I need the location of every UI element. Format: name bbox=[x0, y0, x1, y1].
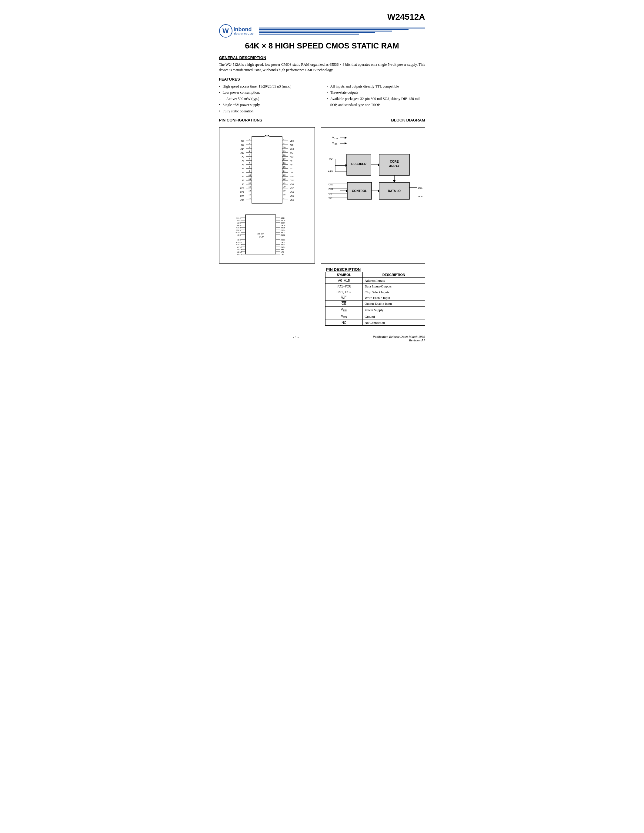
logo-line-2 bbox=[259, 29, 409, 30]
svg-text:7: 7 bbox=[249, 162, 250, 164]
svg-text:17: 17 bbox=[283, 198, 285, 199]
svg-text:2: 2 bbox=[240, 220, 242, 222]
logo-sub: Electronics Corp. bbox=[233, 32, 254, 35]
svg-text:A11: A11 bbox=[290, 167, 294, 170]
svg-text:28: 28 bbox=[281, 227, 283, 229]
svg-text:CONTROL: CONTROL bbox=[352, 189, 367, 193]
svg-text:A11: A11 bbox=[236, 217, 240, 219]
dip-container: 1 NC 2 NC 3 A14 4 A12 5 A7 6 bbox=[221, 130, 313, 206]
svg-text:22: 22 bbox=[283, 178, 285, 180]
svg-text:8: 8 bbox=[240, 234, 242, 236]
svg-text:4: 4 bbox=[249, 150, 250, 152]
svg-text:1: 1 bbox=[240, 217, 242, 219]
svg-text:NC: NC bbox=[241, 140, 244, 142]
svg-text:TSOP: TSOP bbox=[257, 235, 264, 238]
section-labels-row: PIN CONFIGURATIONS BLOCK DIAGRAM bbox=[219, 118, 425, 122]
svg-text:6: 6 bbox=[240, 229, 242, 231]
feature-left-2: Low power consumption: bbox=[219, 89, 317, 95]
feature-right-1: All inputs and outputs directly TTL comp… bbox=[327, 83, 425, 89]
svg-text:25: 25 bbox=[281, 234, 283, 236]
svg-text:DECODER: DECODER bbox=[351, 162, 366, 166]
desc-cs: Chip Select Inputs bbox=[363, 289, 425, 295]
svg-text:CS2: CS2 bbox=[236, 229, 240, 231]
svg-text:19: 19 bbox=[281, 251, 283, 253]
desc-vdd: Power Supply bbox=[363, 306, 425, 313]
symbol-nc: NC bbox=[325, 320, 363, 326]
svg-text:23: 23 bbox=[281, 241, 283, 243]
symbol-vdd: VDD bbox=[325, 306, 363, 313]
svg-text:A9: A9 bbox=[237, 220, 240, 222]
feature-left-5: Fully static operation bbox=[219, 108, 317, 114]
svg-text:27: 27 bbox=[281, 229, 283, 231]
cs1-overline: CS1 bbox=[336, 290, 343, 294]
svg-text:CS2: CS2 bbox=[290, 148, 294, 150]
svg-text:10: 10 bbox=[240, 241, 242, 243]
svg-text:A5: A5 bbox=[237, 251, 240, 253]
logo-line-1 bbox=[259, 27, 425, 29]
general-description-text: The W24512A is a high speed, low power C… bbox=[219, 62, 425, 73]
page-num-text: - 1 - bbox=[293, 335, 298, 339]
svg-text:26: 26 bbox=[281, 232, 283, 233]
svg-text:CS1: CS1 bbox=[290, 179, 294, 182]
svg-text:CORE: CORE bbox=[390, 160, 399, 163]
svg-text:A10: A10 bbox=[290, 175, 294, 177]
svg-text:A15: A15 bbox=[328, 170, 333, 173]
svg-text:32: 32 bbox=[281, 217, 283, 219]
svg-text:.: . bbox=[332, 166, 332, 169]
svg-text:CS2: CS2 bbox=[328, 183, 333, 186]
svg-text:I/O1: I/O1 bbox=[240, 187, 244, 189]
svg-text:18: 18 bbox=[283, 193, 285, 196]
svg-text:19: 19 bbox=[283, 190, 285, 192]
svg-text:10: 10 bbox=[248, 174, 251, 176]
desc-oe: Output Enable Input bbox=[363, 301, 425, 306]
table-row: VSS Ground bbox=[325, 313, 425, 320]
part-number: W24512A bbox=[219, 12, 425, 22]
pin-desc-label-row: PIN DESCRIPTION bbox=[219, 267, 425, 272]
footer-right: Publication Release Date: March 1999 Rev… bbox=[373, 335, 425, 342]
pin-desc-table: SYMBOL DESCRIPTION A0–A15 Address Inputs… bbox=[325, 272, 425, 326]
svg-text:A14: A14 bbox=[236, 241, 240, 243]
pin-desc-table-wrapper: SYMBOL DESCRIPTION A0–A15 Address Inputs… bbox=[325, 272, 425, 326]
svg-text:A1: A1 bbox=[242, 179, 244, 182]
feature-left-4: Single +5V power supply bbox=[219, 102, 317, 108]
svg-text:A14: A14 bbox=[240, 148, 244, 150]
svg-text:15: 15 bbox=[240, 254, 242, 255]
svg-rect-0 bbox=[252, 137, 282, 203]
svg-text:VSS: VSS bbox=[240, 199, 244, 201]
svg-text:V: V bbox=[332, 136, 334, 139]
svg-text:28: 28 bbox=[283, 154, 285, 156]
table-row: WE Write Enable Input bbox=[325, 295, 425, 301]
svg-text:I/O2: I/O2 bbox=[240, 191, 244, 193]
svg-text:A6: A6 bbox=[242, 160, 244, 162]
oe-overline: OE bbox=[341, 302, 346, 306]
svg-text:I/O8: I/O8 bbox=[290, 183, 294, 185]
svg-text:26: 26 bbox=[283, 162, 285, 164]
desc-nc: No Connection bbox=[363, 320, 425, 326]
logo-line-5 bbox=[259, 34, 359, 35]
svg-text:V: V bbox=[332, 142, 334, 145]
svg-text:CS1: CS1 bbox=[328, 188, 333, 191]
svg-text:8: 8 bbox=[249, 166, 250, 168]
features-right: All inputs and outputs directly TTL comp… bbox=[327, 83, 425, 114]
svg-text:WE: WE bbox=[290, 152, 293, 154]
svg-text:A4: A4 bbox=[242, 167, 244, 170]
svg-text:11: 11 bbox=[240, 244, 242, 246]
logo-text: inbond Electronics Corp. bbox=[233, 27, 254, 35]
symbol-oe: OE bbox=[325, 301, 363, 306]
svg-text:9: 9 bbox=[240, 239, 242, 241]
features-title: FEATURES bbox=[219, 77, 425, 82]
svg-text:11: 11 bbox=[248, 178, 251, 180]
svg-text:9: 9 bbox=[249, 170, 250, 172]
page-number: - 1 - bbox=[219, 335, 373, 342]
svg-text:15: 15 bbox=[248, 193, 251, 196]
dip-drawing: 1 NC 2 NC 3 A14 4 A12 5 A7 6 bbox=[228, 130, 306, 206]
svg-text:NC: NC bbox=[241, 144, 244, 146]
table-row: OE Output Enable Input bbox=[325, 301, 425, 306]
svg-text:21: 21 bbox=[281, 246, 283, 248]
logo-icon: W bbox=[219, 24, 232, 37]
svg-text:NC: NC bbox=[237, 234, 240, 236]
svg-text:A0: A0 bbox=[242, 183, 244, 185]
svg-text:A9: A9 bbox=[290, 164, 293, 166]
svg-text:I/O3: I/O3 bbox=[240, 195, 244, 197]
svg-text:1: 1 bbox=[249, 138, 250, 141]
